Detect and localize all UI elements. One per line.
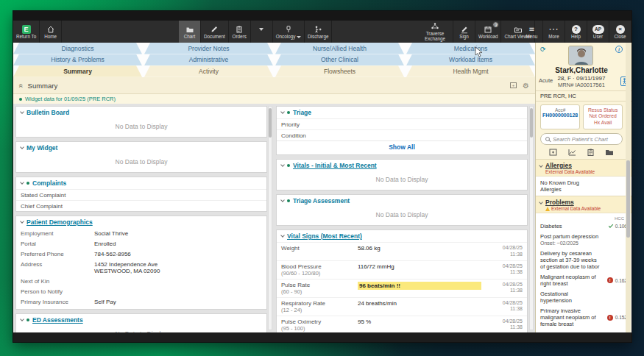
bulletin-board-card: Bulletin Board No Data to Display: [15, 106, 267, 138]
section-title[interactable]: Vital Signs (Most Recent): [287, 232, 362, 240]
demographics-row: Next of Kin: [16, 276, 266, 286]
iv-bag-icon: [284, 25, 293, 34]
problem-item[interactable]: Diabetes 0.106: [540, 223, 627, 229]
info-icon[interactable]: i: [615, 46, 623, 53]
hcc-column-header: HCC: [540, 216, 627, 221]
tab-workload-items[interactable]: Workload Items: [406, 54, 535, 66]
tab-administrative[interactable]: Administrative: [144, 54, 273, 66]
vital-signs-card: Vital Signs (Most Recent) Weight 58.06 k…: [276, 229, 528, 332]
patient-photo[interactable]: [568, 46, 593, 65]
section-title[interactable]: Complaints: [32, 179, 66, 187]
traverse-exchange-button[interactable]: Traverse Exchange: [417, 21, 453, 43]
more-button[interactable]: ••• More: [543, 21, 565, 43]
chevron-down-icon[interactable]: [20, 180, 24, 185]
triage-row: Priority: [277, 118, 527, 129]
left-column-scrollbar[interactable]: [268, 106, 272, 330]
restore-window-icon[interactable]: [549, 149, 557, 156]
return-to-button[interactable]: E Return To: [13, 21, 40, 43]
demographics-row: Preferred Phone784-562-8956: [16, 249, 266, 259]
middle-column: Triage Priority Condition Show All Vital…: [276, 106, 528, 332]
complaint-row: Chief Complaint: [16, 200, 266, 211]
section-title[interactable]: Vitals - Initial & Most Recent: [293, 162, 377, 169]
search-input[interactable]: Search Patient's Chart: [540, 133, 623, 145]
document-button[interactable]: Document: [201, 21, 229, 43]
workload-button[interactable]: 3 Workload: [475, 21, 501, 43]
chevron-down-icon: [539, 200, 543, 204]
user-button[interactable]: AP User: [587, 21, 609, 43]
sign-button[interactable]: Sign: [453, 21, 475, 43]
section-title[interactable]: My Widget: [26, 144, 57, 152]
demographics-row: PortalEnrolled: [16, 238, 266, 249]
section-title[interactable]: Triage: [293, 109, 311, 116]
chevron-down-icon[interactable]: [280, 110, 285, 114]
problem-item[interactable]: Delivery by cesarean section at 37-39 we…: [540, 250, 627, 270]
tab-activity[interactable]: Activity: [144, 65, 273, 77]
risk-alert-icon: !: [607, 315, 613, 321]
network-exchange-icon: [431, 22, 439, 31]
section-title[interactable]: Bulletin Board: [26, 109, 69, 116]
resus-status-box[interactable]: Resus Status Not OrderedHx Avail: [583, 104, 623, 129]
calendar-icon: [484, 25, 492, 34]
pencil-icon: [210, 25, 219, 34]
orders-button[interactable]: Orders: [229, 21, 251, 43]
tab-history-problems[interactable]: History & Problems: [13, 54, 142, 66]
menu-button[interactable]: ≡ Menu: [521, 21, 543, 43]
tab-other-clinical[interactable]: Other Clinical: [275, 54, 404, 66]
section-title[interactable]: Triage Assessment: [293, 197, 350, 204]
close-icon: ×: [616, 25, 625, 34]
oncology-button[interactable]: Oncology: [273, 21, 305, 43]
section-title[interactable]: ED Assessments: [32, 316, 83, 324]
discharge-button[interactable]: Discharge: [305, 21, 332, 43]
tab-flowsheets[interactable]: Flowsheets: [275, 65, 404, 77]
chevron-down-icon[interactable]: [280, 198, 285, 202]
section-title[interactable]: Patient Demographics: [26, 218, 93, 226]
chevron-down-icon[interactable]: [20, 317, 24, 321]
tab-medications[interactable]: Medications: [406, 43, 535, 54]
gear-icon[interactable]: ⚙: [523, 82, 529, 90]
chevron-down-icon[interactable]: [280, 233, 285, 238]
accession-box[interactable]: Acc# FH0000000128: [540, 104, 580, 129]
chevron-down-icon[interactable]: [20, 219, 24, 224]
status-dot-icon: [26, 182, 29, 185]
discharge-person-icon: [314, 25, 322, 34]
chart-button[interactable]: Chart: [179, 21, 201, 43]
clipboard-icon[interactable]: [587, 149, 594, 156]
demographics-row: EmploymentSocial Thrive: [16, 228, 266, 238]
orders-dropdown-button[interactable]: [251, 21, 273, 43]
folder-icon[interactable]: [605, 149, 614, 156]
allergies-section-header[interactable]: Allergies External Data Available: [536, 159, 631, 176]
patient-name[interactable]: Stark,Charlotte: [540, 66, 623, 74]
tab-nurse-allied-health[interactable]: Nurse/Allied Health: [275, 43, 404, 54]
tab-provider-notes[interactable]: Provider Notes: [144, 43, 273, 54]
vital-row: Respiratory Rate(12 - 24) 24 breaths/min…: [277, 297, 527, 316]
chevron-down-icon[interactable]: [20, 110, 24, 114]
problem-item[interactable]: Primary invasive malignant neoplasm of f…: [540, 307, 627, 327]
ellipsis-icon: •••: [549, 27, 559, 32]
summary-content: Bulletin Board No Data to Display My Wid…: [13, 104, 535, 332]
collapse-icon[interactable]: «: [17, 83, 25, 88]
home-button[interactable]: Home: [40, 21, 62, 43]
chevron-down-icon[interactable]: [280, 163, 285, 167]
problem-item[interactable]: Malignant neoplasm of right breast !0.16…: [540, 274, 627, 287]
show-all-link[interactable]: Show All: [277, 140, 527, 154]
tab-summary[interactable]: Summary: [13, 65, 142, 77]
close-button[interactable]: × Close: [609, 21, 631, 43]
results-graph-icon[interactable]: [568, 149, 576, 156]
search-icon: [545, 137, 550, 141]
chevron-down-icon[interactable]: [20, 145, 24, 149]
tab-diagnostics[interactable]: Diagnostics: [13, 43, 142, 54]
refresh-icon[interactable]: ⟳: [540, 46, 546, 53]
vital-row: Pulse Rate(60 - 90) 96 beats/min !! 04/2…: [277, 279, 527, 297]
problems-section-header[interactable]: Problems External Data Available: [536, 196, 631, 213]
tab-health-mgmt[interactable]: Health Mgmt: [406, 65, 535, 77]
restore-window-icon[interactable]: +: [510, 82, 517, 88]
allergies-content: No Known DrugAllergies: [536, 176, 631, 196]
problem-item[interactable]: Gestational hypertension: [540, 291, 627, 304]
help-button[interactable]: ? Help: [565, 21, 587, 43]
status-dot-icon: [287, 164, 290, 167]
window-titlebar: [13, 11, 631, 21]
middle-column-scrollbar[interactable]: [529, 106, 534, 330]
sidebar-scrollbar[interactable]: [626, 43, 631, 332]
chevron-down-icon: [297, 36, 301, 38]
problem-item[interactable]: Post partum depressionOnset: ~02/2025: [540, 233, 627, 246]
